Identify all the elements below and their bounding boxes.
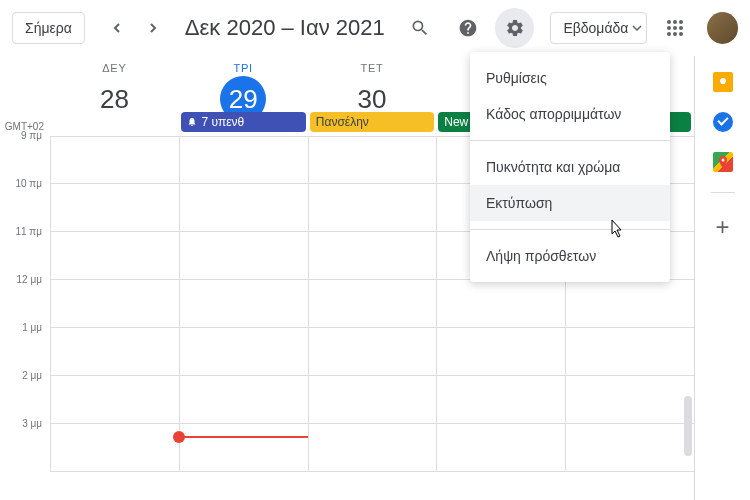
keep-app-icon[interactable] bbox=[713, 72, 733, 92]
menu-item-trash[interactable]: Κάδος απορριμμάτων bbox=[470, 96, 670, 132]
tasks-app-icon[interactable] bbox=[713, 112, 733, 132]
scrollbar[interactable] bbox=[682, 56, 694, 500]
help-button[interactable] bbox=[448, 8, 487, 48]
search-button[interactable] bbox=[401, 8, 440, 48]
gear-icon bbox=[505, 18, 525, 38]
nav-arrows bbox=[101, 12, 169, 44]
apps-grid-icon bbox=[666, 19, 684, 37]
menu-item-print[interactable]: Εκτύπωση bbox=[470, 185, 670, 221]
side-panel: + bbox=[694, 56, 750, 500]
event-label: Πανσέλην bbox=[316, 112, 369, 132]
chevron-left-icon bbox=[112, 23, 122, 33]
time-label: 10 πμ bbox=[0, 178, 50, 226]
timezone-label: GMT+02 bbox=[0, 56, 50, 136]
svg-point-7 bbox=[673, 32, 677, 36]
svg-point-1 bbox=[673, 20, 677, 24]
view-selector[interactable]: Εβδομάδα bbox=[550, 12, 647, 44]
menu-item-density[interactable]: Πυκνότητα και χρώμα bbox=[470, 149, 670, 185]
menu-divider bbox=[470, 229, 670, 230]
time-column: GMT+02 9 πμ 10 πμ 11 πμ 12 μμ 1 μμ 2 μμ … bbox=[0, 56, 50, 500]
grid-col[interactable] bbox=[308, 136, 437, 472]
add-addon-button[interactable]: + bbox=[715, 213, 729, 241]
settings-button[interactable] bbox=[495, 8, 534, 48]
maps-app-icon[interactable] bbox=[713, 152, 733, 172]
scrollbar-thumb[interactable] bbox=[684, 396, 692, 456]
svg-point-9 bbox=[721, 159, 724, 162]
avatar[interactable] bbox=[707, 12, 738, 44]
event-chip[interactable]: 7 υπενθ bbox=[181, 112, 305, 132]
day-header[interactable]: ΤΡΙ 29 bbox=[179, 56, 308, 112]
svg-point-0 bbox=[667, 20, 671, 24]
prev-button[interactable] bbox=[101, 12, 133, 44]
grid-col[interactable] bbox=[50, 136, 179, 472]
day-name: ΔΕΥ bbox=[50, 62, 179, 74]
now-indicator bbox=[179, 436, 308, 438]
date-range: Δεκ 2020 – Ιαν 2021 bbox=[185, 15, 385, 41]
app-header: Σήμερα Δεκ 2020 – Ιαν 2021 Εβδομάδα bbox=[0, 0, 750, 56]
view-label: Εβδομάδα bbox=[563, 20, 628, 36]
settings-menu: Ρυθμίσεις Κάδος απορριμμάτων Πυκνότητα κ… bbox=[470, 52, 670, 282]
apps-button[interactable] bbox=[655, 8, 694, 48]
time-label: 1 μμ bbox=[0, 322, 50, 370]
svg-point-8 bbox=[679, 32, 683, 36]
grid-col[interactable] bbox=[179, 136, 308, 472]
search-icon bbox=[410, 18, 430, 38]
menu-divider bbox=[470, 140, 670, 141]
pin-icon bbox=[719, 156, 727, 168]
chevron-right-icon bbox=[148, 23, 158, 33]
panel-divider bbox=[711, 192, 735, 193]
menu-item-settings[interactable]: Ρυθμίσεις bbox=[470, 60, 670, 96]
today-button[interactable]: Σήμερα bbox=[12, 12, 85, 44]
bell-icon bbox=[187, 117, 197, 127]
time-label: 3 μμ bbox=[0, 418, 50, 466]
now-indicator-dot bbox=[173, 431, 185, 443]
day-name: ΤΡΙ bbox=[179, 62, 308, 74]
svg-point-6 bbox=[667, 32, 671, 36]
help-icon bbox=[458, 18, 478, 38]
chevron-down-icon bbox=[632, 25, 642, 31]
svg-point-4 bbox=[673, 26, 677, 30]
svg-point-3 bbox=[667, 26, 671, 30]
time-label: 9 πμ bbox=[0, 130, 50, 178]
time-label: 12 μμ bbox=[0, 274, 50, 322]
day-header[interactable]: ΔΕΥ 28 bbox=[50, 56, 179, 112]
day-header[interactable]: ΤΕΤ 30 bbox=[308, 56, 437, 112]
lightbulb-icon bbox=[718, 77, 728, 87]
menu-item-addons[interactable]: Λήψη πρόσθετων bbox=[470, 238, 670, 274]
time-label: 2 μμ bbox=[0, 370, 50, 418]
event-label: 7 υπενθ bbox=[201, 112, 244, 132]
event-chip[interactable]: Πανσέλην bbox=[310, 112, 434, 132]
svg-point-5 bbox=[679, 26, 683, 30]
next-button[interactable] bbox=[137, 12, 169, 44]
time-label: 11 πμ bbox=[0, 226, 50, 274]
svg-point-2 bbox=[679, 20, 683, 24]
day-name: ΤΕΤ bbox=[308, 62, 437, 74]
